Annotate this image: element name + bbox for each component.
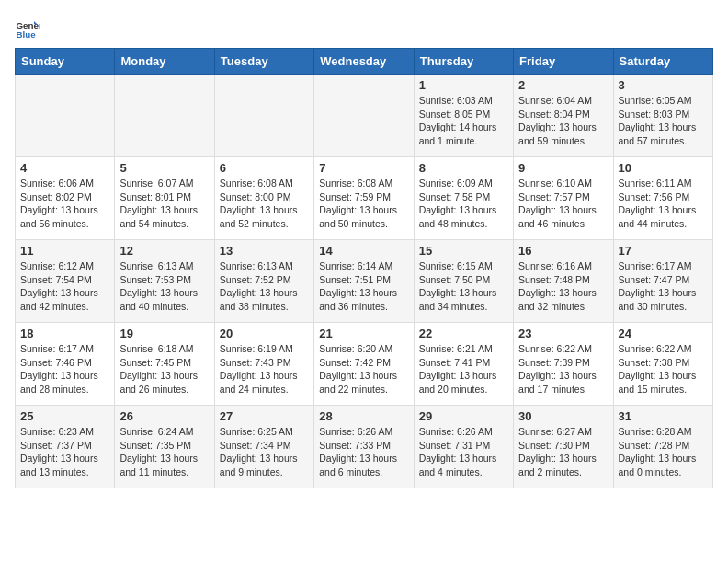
sunset-label: Sunset: 7:35 PM [119, 440, 191, 451]
daylight-label: Daylight: 13 hours and 28 minutes. [20, 370, 98, 395]
daylight-label: Daylight: 14 hours and 1 minute. [419, 121, 497, 146]
daylight-label: Daylight: 13 hours and 26 minutes. [119, 370, 198, 395]
day-info: Sunrise: 6:08 AM Sunset: 8:00 PM Dayligh… [220, 177, 309, 231]
calendar-cell: 29 Sunrise: 6:26 AM Sunset: 7:31 PM Dayl… [414, 406, 513, 488]
sunset-label: Sunset: 7:45 PM [119, 357, 191, 368]
sunset-label: Sunset: 7:57 PM [518, 191, 590, 202]
sunset-label: Sunset: 7:52 PM [220, 274, 291, 285]
day-info: Sunrise: 6:09 AM Sunset: 7:58 PM Dayligh… [419, 177, 508, 231]
day-number: 8 [419, 161, 508, 175]
calendar-cell: 28 Sunrise: 6:26 AM Sunset: 7:33 PM Dayl… [314, 406, 414, 488]
day-number: 31 [619, 409, 708, 423]
sunrise-label: Sunrise: 6:13 AM [220, 260, 293, 271]
calendar-cell: 11 Sunrise: 6:12 AM Sunset: 7:54 PM Dayl… [16, 240, 115, 323]
daylight-label: Daylight: 13 hours and 6 minutes. [319, 453, 397, 477]
day-info: Sunrise: 6:24 AM Sunset: 7:35 PM Dayligh… [119, 425, 209, 479]
sunset-label: Sunset: 8:02 PM [20, 191, 92, 202]
calendar-week-2: 4 Sunrise: 6:06 AM Sunset: 8:02 PM Dayli… [16, 157, 713, 240]
sunset-label: Sunset: 7:58 PM [419, 191, 491, 202]
sunrise-label: Sunrise: 6:13 AM [119, 260, 193, 271]
calendar-cell: 7 Sunrise: 6:08 AM Sunset: 7:59 PM Dayli… [314, 157, 414, 240]
day-info: Sunrise: 6:26 AM Sunset: 7:31 PM Dayligh… [419, 425, 508, 479]
day-number: 23 [518, 327, 608, 340]
calendar-cell: 24 Sunrise: 6:22 AM Sunset: 7:38 PM Dayl… [613, 323, 712, 406]
sunset-label: Sunset: 7:43 PM [220, 357, 291, 368]
daylight-label: Daylight: 13 hours and 56 minutes. [20, 204, 98, 229]
sunset-label: Sunset: 8:05 PM [419, 109, 491, 120]
sunrise-label: Sunrise: 6:21 AM [419, 343, 493, 354]
sunrise-label: Sunrise: 6:16 AM [518, 260, 592, 271]
calendar-cell: 31 Sunrise: 6:28 AM Sunset: 7:28 PM Dayl… [613, 406, 712, 488]
day-number: 18 [20, 327, 109, 340]
sunrise-label: Sunrise: 6:06 AM [20, 178, 94, 189]
svg-text:Blue: Blue [16, 29, 36, 40]
day-number: 28 [319, 409, 408, 423]
day-info: Sunrise: 6:28 AM Sunset: 7:28 PM Dayligh… [619, 425, 708, 479]
sunset-label: Sunset: 7:51 PM [319, 274, 391, 285]
day-info: Sunrise: 6:17 AM Sunset: 7:46 PM Dayligh… [20, 342, 109, 396]
calendar-table: SundayMondayTuesdayWednesdayThursdayFrid… [15, 48, 713, 488]
sunrise-label: Sunrise: 6:17 AM [619, 260, 692, 271]
col-header-tuesday: Tuesday [214, 49, 313, 75]
day-number: 12 [119, 244, 209, 258]
day-number: 26 [119, 409, 209, 423]
day-info: Sunrise: 6:21 AM Sunset: 7:41 PM Dayligh… [419, 342, 508, 396]
daylight-label: Daylight: 13 hours and 46 minutes. [518, 204, 597, 229]
calendar-cell: 2 Sunrise: 6:04 AM Sunset: 8:04 PM Dayli… [514, 75, 613, 157]
day-number: 16 [518, 244, 608, 258]
daylight-label: Daylight: 13 hours and 54 minutes. [119, 204, 198, 229]
calendar-cell: 15 Sunrise: 6:15 AM Sunset: 7:50 PM Dayl… [414, 240, 513, 323]
sunrise-label: Sunrise: 6:04 AM [518, 95, 592, 106]
sunset-label: Sunset: 7:37 PM [20, 440, 92, 451]
col-header-thursday: Thursday [414, 49, 513, 75]
sunset-label: Sunset: 7:42 PM [319, 357, 391, 368]
calendar-cell: 13 Sunrise: 6:13 AM Sunset: 7:52 PM Dayl… [214, 240, 313, 323]
day-number: 9 [518, 161, 608, 175]
day-number: 25 [20, 409, 109, 423]
calendar-cell: 17 Sunrise: 6:17 AM Sunset: 7:47 PM Dayl… [613, 240, 712, 323]
sunset-label: Sunset: 7:50 PM [419, 274, 491, 285]
sunrise-label: Sunrise: 6:22 AM [619, 343, 692, 354]
sunrise-label: Sunrise: 6:19 AM [220, 343, 293, 354]
sunrise-label: Sunrise: 6:05 AM [619, 95, 692, 106]
day-number: 30 [518, 409, 608, 423]
calendar-cell: 9 Sunrise: 6:10 AM Sunset: 7:57 PM Dayli… [514, 157, 613, 240]
day-number: 11 [20, 244, 109, 258]
calendar-cell: 12 Sunrise: 6:13 AM Sunset: 7:53 PM Dayl… [115, 240, 214, 323]
calendar-cell: 6 Sunrise: 6:08 AM Sunset: 8:00 PM Dayli… [214, 157, 313, 240]
daylight-label: Daylight: 13 hours and 2 minutes. [518, 453, 597, 477]
calendar-cell [214, 75, 313, 157]
sunrise-label: Sunrise: 6:18 AM [119, 343, 193, 354]
day-info: Sunrise: 6:10 AM Sunset: 7:57 PM Dayligh… [518, 177, 608, 231]
daylight-label: Daylight: 13 hours and 50 minutes. [319, 204, 397, 229]
calendar-cell: 26 Sunrise: 6:24 AM Sunset: 7:35 PM Dayl… [115, 406, 214, 488]
calendar-cell: 22 Sunrise: 6:21 AM Sunset: 7:41 PM Dayl… [414, 323, 513, 406]
calendar-cell: 23 Sunrise: 6:22 AM Sunset: 7:39 PM Dayl… [514, 323, 613, 406]
calendar-cell: 4 Sunrise: 6:06 AM Sunset: 8:02 PM Dayli… [16, 157, 115, 240]
day-info: Sunrise: 6:06 AM Sunset: 8:02 PM Dayligh… [20, 177, 109, 231]
daylight-label: Daylight: 13 hours and 20 minutes. [419, 370, 497, 395]
daylight-label: Daylight: 13 hours and 24 minutes. [220, 370, 298, 395]
day-info: Sunrise: 6:05 AM Sunset: 8:03 PM Dayligh… [619, 94, 708, 148]
day-number: 4 [20, 161, 109, 175]
day-info: Sunrise: 6:08 AM Sunset: 7:59 PM Dayligh… [319, 177, 408, 231]
sunset-label: Sunset: 8:01 PM [119, 191, 191, 202]
calendar-cell: 1 Sunrise: 6:03 AM Sunset: 8:05 PM Dayli… [414, 75, 513, 157]
page-header: General Blue [15, 15, 713, 40]
day-number: 19 [119, 327, 209, 340]
sunrise-label: Sunrise: 6:09 AM [419, 178, 493, 189]
sunset-label: Sunset: 8:03 PM [619, 109, 690, 120]
day-number: 15 [419, 244, 508, 258]
day-number: 24 [619, 327, 708, 340]
day-number: 27 [220, 409, 309, 423]
day-info: Sunrise: 6:22 AM Sunset: 7:39 PM Dayligh… [518, 342, 608, 396]
daylight-label: Daylight: 13 hours and 13 minutes. [20, 453, 98, 477]
col-header-friday: Friday [514, 49, 613, 75]
calendar-cell: 25 Sunrise: 6:23 AM Sunset: 7:37 PM Dayl… [16, 406, 115, 488]
daylight-label: Daylight: 13 hours and 48 minutes. [419, 204, 497, 229]
sunset-label: Sunset: 7:41 PM [419, 357, 491, 368]
daylight-label: Daylight: 13 hours and 32 minutes. [518, 287, 597, 312]
sunset-label: Sunset: 8:00 PM [220, 191, 291, 202]
daylight-label: Daylight: 13 hours and 11 minutes. [119, 453, 198, 477]
sunrise-label: Sunrise: 6:26 AM [319, 426, 392, 437]
